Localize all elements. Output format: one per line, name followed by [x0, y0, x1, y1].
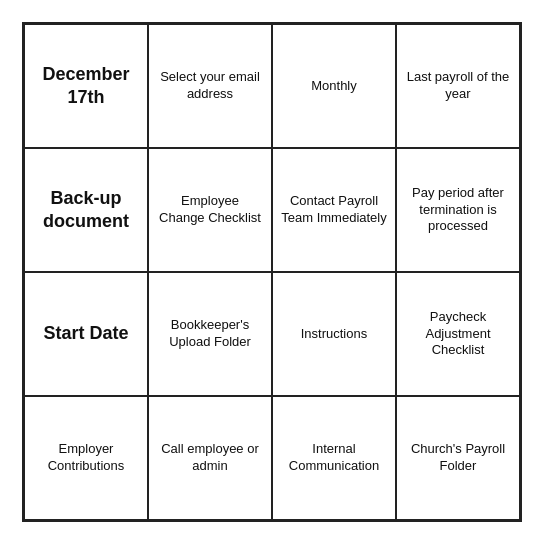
bingo-cell-c6[interactable]: Employee Change Checklist	[148, 148, 272, 272]
bingo-cell-c3[interactable]: Monthly	[272, 24, 396, 148]
bingo-cell-c10[interactable]: Bookkeeper's Upload Folder	[148, 272, 272, 396]
bingo-cell-c15[interactable]: Internal Communication	[272, 396, 396, 520]
bingo-cell-c11[interactable]: Instructions	[272, 272, 396, 396]
bingo-cell-c16[interactable]: Church's Payroll Folder	[396, 396, 520, 520]
bingo-cell-c14[interactable]: Call employee or admin	[148, 396, 272, 520]
bingo-cell-c12[interactable]: Paycheck Adjustment Checklist	[396, 272, 520, 396]
bingo-cell-c7[interactable]: Contact Payroll Team Immediately	[272, 148, 396, 272]
bingo-cell-c5[interactable]: Back-up document	[24, 148, 148, 272]
bingo-cell-c4[interactable]: Last payroll of the year	[396, 24, 520, 148]
bingo-cell-c2[interactable]: Select your email address	[148, 24, 272, 148]
bingo-cell-c13[interactable]: Employer Contributions	[24, 396, 148, 520]
bingo-cell-c1[interactable]: December 17th	[24, 24, 148, 148]
bingo-card: December 17thSelect your email addressMo…	[22, 22, 522, 522]
bingo-cell-c9[interactable]: Start Date	[24, 272, 148, 396]
bingo-cell-c8[interactable]: Pay period after termination is processe…	[396, 148, 520, 272]
bingo-grid: December 17thSelect your email addressMo…	[24, 24, 520, 520]
